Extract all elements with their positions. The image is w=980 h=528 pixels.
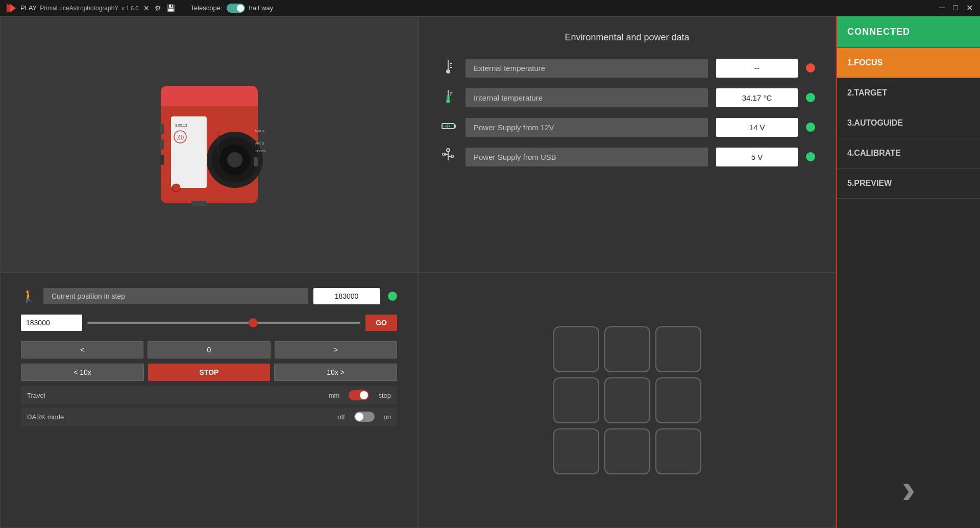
move-right10-button[interactable]: 10x > — [274, 364, 397, 381]
ext-temp-value: -- — [716, 59, 798, 78]
dark-mode-row: DARK mode off on — [21, 407, 397, 426]
sidebar-item-target[interactable]: 2.TARGET — [837, 78, 980, 108]
version-label: v 1.6.0 — [121, 5, 138, 11]
env-data-panel: Environmental and power data External te… — [418, 16, 836, 272]
sidebar-connected: CONNECTED — [837, 16, 980, 48]
position-value: 183000 — [313, 288, 380, 304]
stop-button[interactable]: STOP — [148, 364, 270, 381]
content-area: 3.05.13 )))) ESATTO 2088 1 USB-C ARCO 12… — [0, 16, 837, 528]
camera-view: 3.05.13 )))) ESATTO 2088 1 USB-C ARCO 12… — [0, 16, 418, 272]
svg-rect-20 — [254, 157, 258, 166]
app-name: PLAY — [20, 4, 37, 12]
svg-rect-16 — [160, 155, 164, 165]
sliders-icon[interactable]: ⚙ — [155, 4, 161, 12]
move-left10-button[interactable]: < 10x — [21, 364, 144, 381]
dark-off-label: off — [337, 413, 345, 421]
telescope-label: Telescope: — [190, 4, 222, 12]
nav-buttons-row1: < 0 > — [21, 341, 397, 358]
travel-row: Travel mm step — [21, 386, 397, 404]
telescope-toggle[interactable] — [227, 4, 245, 13]
position-label: Current position in step — [43, 288, 308, 304]
grid-cell-5[interactable] — [655, 377, 701, 423]
power-usb-icon — [439, 147, 457, 166]
position-row: 🚶 Current position in step 183000 — [21, 288, 397, 304]
sidebar-item-focus[interactable]: 1.FOCUS — [837, 48, 980, 78]
svg-rect-32 — [447, 95, 450, 101]
svg-text:USB-C: USB-C — [255, 129, 265, 132]
play-icon — [5, 2, 17, 14]
position-input[interactable]: 183000 — [21, 315, 82, 331]
env-title: Environmental and power data — [439, 32, 815, 43]
svg-rect-33 — [442, 124, 454, 129]
dark-mode-toggle[interactable] — [354, 412, 375, 422]
save-icon[interactable]: 💾 — [166, 4, 175, 12]
svg-rect-9 — [171, 116, 207, 188]
svg-marker-1 — [10, 4, 16, 13]
grid-cell-7[interactable] — [604, 428, 650, 474]
main-layout: 3.05.13 )))) ESATTO 2088 1 USB-C ARCO 12… — [0, 16, 980, 528]
grid-cell-2[interactable] — [655, 326, 701, 372]
focus-controls: 🚶 Current position in step 183000 183000… — [0, 272, 418, 528]
brand-name: PrimaLuceAstrophotographY — [40, 5, 118, 12]
dark-mode-label: DARK mode — [27, 413, 78, 421]
env-row-usb: Power Supply from USB 5 V — [439, 147, 815, 166]
svg-rect-14 — [160, 124, 164, 134]
chevron-right-icon: › — [902, 466, 916, 513]
toolbar-icons: ✕ ⚙ 💾 — [143, 4, 175, 12]
app-logo: PLAY PrimaLuceAstrophotographY v 1.6.0 — [5, 2, 138, 14]
camera-image: 3.05.13 )))) ESATTO 2088 1 USB-C ARCO 12… — [145, 65, 273, 224]
sidebar-next-button[interactable]: › — [837, 450, 980, 528]
env-row-12v: Power Supply from 12V 14 V — [439, 117, 815, 137]
svg-rect-34 — [454, 125, 456, 128]
sidebar-item-calibrate[interactable]: 4.CALIBRATE — [837, 138, 980, 169]
travel-toggle[interactable] — [349, 390, 369, 400]
grid-cell-3[interactable] — [553, 377, 599, 423]
travel-step-label: step — [378, 392, 391, 399]
svg-text:3.05.13: 3.05.13 — [175, 124, 187, 127]
travel-mm-label: mm — [329, 392, 340, 399]
ext-temp-label: External temperature — [465, 59, 708, 78]
power-12v-value: 14 V — [716, 118, 798, 137]
power-12v-label: Power Supply from 12V — [465, 118, 708, 137]
int-temp-label: Internal temperature — [465, 88, 708, 107]
ext-temp-status — [806, 63, 815, 73]
telescope-section: Telescope: half way — [190, 4, 273, 13]
move-zero-button[interactable]: 0 — [148, 341, 270, 358]
env-row-ext-temp: External temperature -- — [439, 58, 815, 78]
svg-rect-4 — [161, 106, 258, 116]
slider-row: 183000 GO — [21, 315, 397, 331]
telescope-status: half way — [249, 4, 274, 12]
grid-cell-0[interactable] — [553, 326, 599, 372]
svg-text:ESATTO 2088 1: ESATTO 2088 1 — [216, 131, 220, 157]
sidebar-item-autoguide[interactable]: 3.AUTOGUIDE — [837, 108, 980, 138]
env-row-int-temp: Internal temperature 34.17 °C — [439, 88, 815, 107]
power-usb-label: Power Supply from USB — [465, 148, 708, 166]
travel-label: Travel — [27, 392, 78, 399]
position-slider[interactable] — [87, 322, 360, 324]
move-right-button[interactable]: > — [275, 341, 397, 358]
sidebar-item-preview[interactable]: 5.PREVIEW — [837, 169, 980, 199]
svg-rect-15 — [160, 139, 164, 150]
svg-text:ARCO: ARCO — [255, 142, 264, 145]
close-x-icon[interactable]: ✕ — [143, 4, 150, 12]
svg-point-22 — [172, 184, 180, 192]
grid-cell-6[interactable] — [553, 428, 599, 474]
int-temp-status — [806, 93, 815, 102]
go-button[interactable]: GO — [365, 315, 397, 331]
move-left-button[interactable]: < — [21, 341, 143, 358]
external-temp-icon — [439, 58, 457, 78]
grid-cell-1[interactable] — [604, 326, 650, 372]
nav-buttons-row2: < 10x STOP 10x > — [21, 364, 397, 381]
minimize-button[interactable]: ─ — [937, 3, 947, 13]
power-usb-status — [806, 152, 815, 161]
titlebar: PLAY PrimaLuceAstrophotographY v 1.6.0 ✕… — [0, 0, 980, 16]
grid-area — [418, 272, 836, 528]
button-grid — [553, 326, 701, 474]
svg-rect-21 — [191, 201, 207, 206]
window-close-button[interactable]: ✕ — [964, 3, 975, 13]
int-temp-value: 34.17 °C — [716, 88, 798, 107]
maximize-button[interactable]: □ — [951, 3, 960, 13]
grid-cell-4[interactable] — [604, 377, 650, 423]
svg-text:)))): )))) — [177, 134, 184, 140]
grid-cell-8[interactable] — [655, 428, 701, 474]
